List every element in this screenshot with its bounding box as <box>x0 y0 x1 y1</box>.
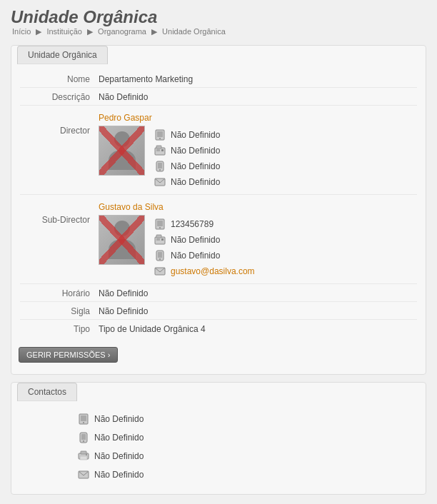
svg-rect-4 <box>156 149 160 151</box>
svg-rect-6 <box>156 146 161 148</box>
field-horario: Horário Não Definido <box>20 284 417 302</box>
field-subdirector: Sub-Director Gustavo da Silva <box>20 195 417 284</box>
svg-point-27 <box>83 440 84 442</box>
contactos-fax: Não Definido <box>77 450 417 463</box>
label-tipo: Tipo <box>20 323 99 334</box>
director-avatar-head <box>114 131 130 147</box>
svg-rect-26 <box>81 434 86 440</box>
phone-icon <box>154 128 166 141</box>
breadcrumb-instituicao[interactable]: Instituição <box>46 27 82 36</box>
contactos-phone-value: Não Definido <box>94 414 144 424</box>
field-tipo: Tipo Tipo de Unidade Orgânica 4 <box>20 320 417 337</box>
svg-rect-14 <box>155 237 165 244</box>
contactos-list: Não Definido Não Definido Não Definido <box>20 407 417 481</box>
subdirector-mobile-icon <box>154 249 166 262</box>
director-contacts: Não Definido Não Definido <box>154 126 220 188</box>
director-contact-fax: Não Definido <box>154 144 220 157</box>
svg-point-24 <box>83 422 84 423</box>
field-director: Director Pedro Gaspar <box>20 106 417 195</box>
subdirector-phone-icon <box>154 218 166 231</box>
subdirector-contact-mobile: Não Definido <box>154 249 255 262</box>
subdirector-contacts: 123456789 Não Definido <box>154 215 255 278</box>
svg-rect-19 <box>158 252 162 258</box>
tab-contactos[interactable]: Contactos <box>17 383 77 401</box>
director-name-link[interactable]: Pedro Gaspar <box>99 113 152 123</box>
breadcrumb-current: Unidade Orgânica <box>162 27 226 36</box>
director-silhouette <box>99 126 144 175</box>
subdirector-fax-icon <box>154 233 166 246</box>
svg-rect-29 <box>81 451 86 454</box>
svg-rect-30 <box>80 456 87 460</box>
value-horario: Não Definido <box>99 287 417 298</box>
subdirector-silhouette <box>99 216 144 264</box>
svg-rect-23 <box>81 415 86 421</box>
page-title: Unidade Orgânica <box>11 7 426 27</box>
director-phone-value: Não Definido <box>171 130 220 140</box>
subdirector-contact-fax: Não Definido <box>154 233 255 246</box>
contactos-phone: Não Definido <box>77 413 417 425</box>
label-descricao: Descrição <box>20 91 99 102</box>
director-email-value: Não Definido <box>171 177 220 187</box>
value-sigla: Não Definido <box>99 305 417 316</box>
director-contact-phone: Não Definido <box>154 128 220 141</box>
breadcrumb-inicio[interactable]: Início <box>12 27 31 36</box>
contactos-card: Contactos Não Definido Não Definido <box>11 382 426 495</box>
contactos-mobile-icon <box>77 431 90 444</box>
svg-point-13 <box>159 227 161 228</box>
contactos-fax-icon <box>77 450 90 463</box>
breadcrumb-sep1: ▶ <box>36 27 41 36</box>
field-nome: Nome Departamento Marketing <box>20 70 417 88</box>
svg-point-20 <box>159 258 161 260</box>
svg-point-2 <box>159 138 161 139</box>
subdirector-phone-value: 123456789 <box>171 219 214 229</box>
value-descricao: Não Definido <box>99 91 417 102</box>
main-card: Unidade Orgânica Nome Departamento Marke… <box>11 45 426 375</box>
subdirector-email-icon <box>154 265 166 278</box>
label-director: Director <box>20 111 99 136</box>
svg-rect-15 <box>156 238 160 241</box>
label-sigla: Sigla <box>20 305 99 316</box>
contactos-fax-value: Não Definido <box>94 451 144 461</box>
svg-rect-16 <box>161 238 164 241</box>
subdirector-contact-email: gustavo@dasilva.com <box>154 265 255 278</box>
value-subdirector: Gustavo da Silva <box>99 201 417 278</box>
director-mobile-value: Não Definido <box>171 161 220 171</box>
director-avatar-body <box>109 150 136 170</box>
tab-unidade-organica[interactable]: Unidade Orgânica <box>17 46 108 64</box>
svg-rect-8 <box>158 163 162 168</box>
label-subdirector: Sub-Director <box>20 201 99 225</box>
svg-rect-1 <box>157 131 163 137</box>
svg-rect-17 <box>156 235 161 238</box>
subdirector-email-link[interactable]: gustavo@dasilva.com <box>171 266 255 276</box>
label-horario: Horário <box>20 287 99 298</box>
director-fax-value: Não Definido <box>171 146 220 156</box>
email-icon <box>154 176 166 188</box>
breadcrumb: Início ▶ Instituição ▶ Organograma ▶ Uni… <box>11 27 426 36</box>
value-tipo: Tipo de Unidade Orgânica 4 <box>99 323 417 334</box>
subdirector-avatar <box>99 215 145 265</box>
contactos-mobile: Não Definido <box>77 431 417 444</box>
contactos-email: Não Definido <box>77 468 417 481</box>
subdirector-avatar-body <box>109 239 136 259</box>
subdirector-avatar-head <box>114 221 130 236</box>
value-director: Pedro Gaspar <box>99 111 417 188</box>
field-sigla: Sigla Não Definido <box>20 302 417 320</box>
svg-rect-12 <box>157 221 163 226</box>
contactos-mobile-value: Não Definido <box>94 433 144 443</box>
subdirector-fax-value: Não Definido <box>171 235 220 245</box>
svg-point-9 <box>159 169 161 171</box>
field-descricao: Descrição Não Definido <box>20 88 417 106</box>
fax-icon <box>154 144 166 157</box>
subdirector-contact-phone: 123456789 <box>154 218 255 231</box>
contactos-email-icon <box>77 468 90 481</box>
breadcrumb-sep2: ▶ <box>87 27 93 36</box>
svg-rect-3 <box>155 148 165 155</box>
mobile-icon <box>154 160 166 173</box>
svg-rect-5 <box>161 149 164 151</box>
director-contact-email: Não Definido <box>154 176 220 188</box>
subdirector-name-link[interactable]: Gustavo da Silva <box>99 202 164 212</box>
gerir-permissoes-button[interactable]: GERIR PERMISSÕES › <box>19 347 118 363</box>
contactos-phone-icon <box>77 413 90 425</box>
breadcrumb-organograma[interactable]: Organograma <box>98 27 146 36</box>
contactos-email-value: Não Definido <box>94 470 144 480</box>
